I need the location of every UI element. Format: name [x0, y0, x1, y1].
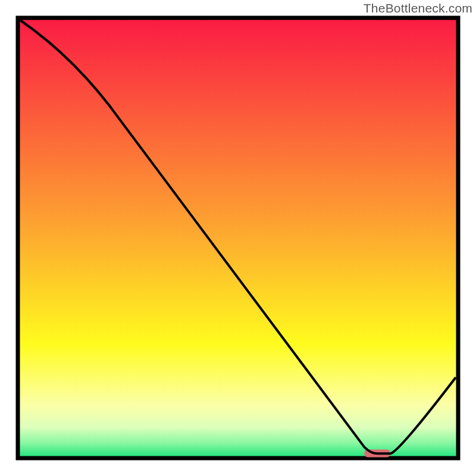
chart-container: TheBottleneck.com: [0, 0, 476, 476]
bottleneck-chart: [0, 0, 476, 476]
plot-area: [18, 18, 458, 458]
